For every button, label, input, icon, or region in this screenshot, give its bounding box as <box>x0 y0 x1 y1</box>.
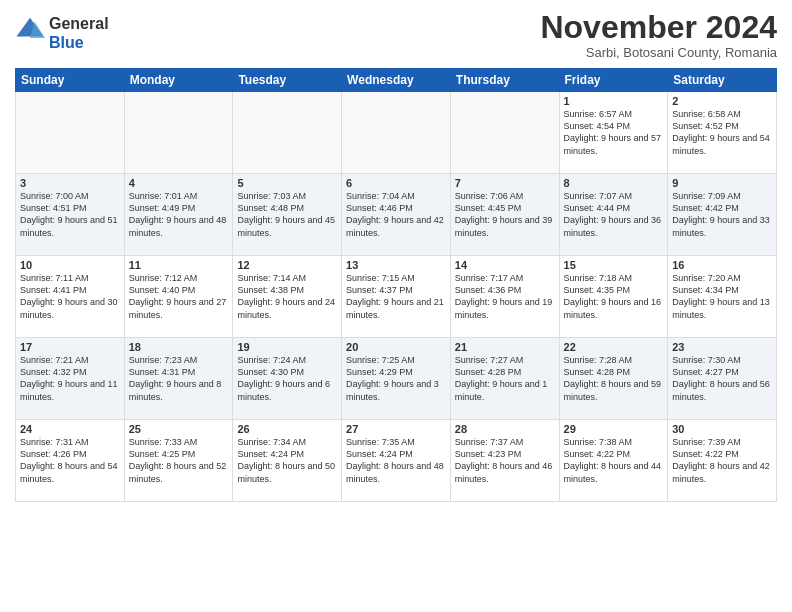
day-header-sunday: Sunday <box>16 69 125 92</box>
day-header-monday: Monday <box>124 69 233 92</box>
day-cell-4: 4Sunrise: 7:01 AM Sunset: 4:49 PM Daylig… <box>124 174 233 256</box>
day-number: 30 <box>672 423 772 435</box>
logo: General Blue <box>15 14 109 52</box>
day-header-friday: Friday <box>559 69 668 92</box>
logo-text: General Blue <box>49 14 109 52</box>
day-number: 23 <box>672 341 772 353</box>
day-info: Sunrise: 7:37 AM Sunset: 4:23 PM Dayligh… <box>455 436 555 485</box>
day-number: 27 <box>346 423 446 435</box>
day-info: Sunrise: 7:03 AM Sunset: 4:48 PM Dayligh… <box>237 190 337 239</box>
day-cell-empty-0-2 <box>233 92 342 174</box>
day-info: Sunrise: 7:38 AM Sunset: 4:22 PM Dayligh… <box>564 436 664 485</box>
day-cell-11: 11Sunrise: 7:12 AM Sunset: 4:40 PM Dayli… <box>124 256 233 338</box>
day-number: 9 <box>672 177 772 189</box>
week-row-3: 10Sunrise: 7:11 AM Sunset: 4:41 PM Dayli… <box>16 256 777 338</box>
day-cell-24: 24Sunrise: 7:31 AM Sunset: 4:26 PM Dayli… <box>16 420 125 502</box>
page-container: General Blue November 2024 Sarbi, Botosa… <box>0 0 792 512</box>
day-number: 5 <box>237 177 337 189</box>
day-cell-10: 10Sunrise: 7:11 AM Sunset: 4:41 PM Dayli… <box>16 256 125 338</box>
day-cell-25: 25Sunrise: 7:33 AM Sunset: 4:25 PM Dayli… <box>124 420 233 502</box>
logo-general: General <box>49 15 109 32</box>
day-cell-21: 21Sunrise: 7:27 AM Sunset: 4:28 PM Dayli… <box>450 338 559 420</box>
logo-icon <box>15 14 45 44</box>
day-cell-13: 13Sunrise: 7:15 AM Sunset: 4:37 PM Dayli… <box>342 256 451 338</box>
day-info: Sunrise: 7:33 AM Sunset: 4:25 PM Dayligh… <box>129 436 229 485</box>
day-cell-28: 28Sunrise: 7:37 AM Sunset: 4:23 PM Dayli… <box>450 420 559 502</box>
day-info: Sunrise: 6:58 AM Sunset: 4:52 PM Dayligh… <box>672 108 772 157</box>
day-info: Sunrise: 7:39 AM Sunset: 4:22 PM Dayligh… <box>672 436 772 485</box>
day-number: 11 <box>129 259 229 271</box>
day-cell-18: 18Sunrise: 7:23 AM Sunset: 4:31 PM Dayli… <box>124 338 233 420</box>
day-cell-2: 2Sunrise: 6:58 AM Sunset: 4:52 PM Daylig… <box>668 92 777 174</box>
day-number: 6 <box>346 177 446 189</box>
day-cell-19: 19Sunrise: 7:24 AM Sunset: 4:30 PM Dayli… <box>233 338 342 420</box>
day-cell-9: 9Sunrise: 7:09 AM Sunset: 4:42 PM Daylig… <box>668 174 777 256</box>
day-info: Sunrise: 7:28 AM Sunset: 4:28 PM Dayligh… <box>564 354 664 403</box>
day-number: 8 <box>564 177 664 189</box>
day-number: 28 <box>455 423 555 435</box>
day-cell-8: 8Sunrise: 7:07 AM Sunset: 4:44 PM Daylig… <box>559 174 668 256</box>
day-cell-5: 5Sunrise: 7:03 AM Sunset: 4:48 PM Daylig… <box>233 174 342 256</box>
title-block: November 2024 Sarbi, Botosani County, Ro… <box>540 10 777 60</box>
day-info: Sunrise: 7:18 AM Sunset: 4:35 PM Dayligh… <box>564 272 664 321</box>
day-number: 20 <box>346 341 446 353</box>
day-info: Sunrise: 7:14 AM Sunset: 4:38 PM Dayligh… <box>237 272 337 321</box>
day-cell-20: 20Sunrise: 7:25 AM Sunset: 4:29 PM Dayli… <box>342 338 451 420</box>
day-info: Sunrise: 7:27 AM Sunset: 4:28 PM Dayligh… <box>455 354 555 403</box>
week-row-4: 17Sunrise: 7:21 AM Sunset: 4:32 PM Dayli… <box>16 338 777 420</box>
day-info: Sunrise: 6:57 AM Sunset: 4:54 PM Dayligh… <box>564 108 664 157</box>
day-cell-30: 30Sunrise: 7:39 AM Sunset: 4:22 PM Dayli… <box>668 420 777 502</box>
day-info: Sunrise: 7:00 AM Sunset: 4:51 PM Dayligh… <box>20 190 120 239</box>
header-row: SundayMondayTuesdayWednesdayThursdayFrid… <box>16 69 777 92</box>
day-info: Sunrise: 7:23 AM Sunset: 4:31 PM Dayligh… <box>129 354 229 403</box>
day-info: Sunrise: 7:20 AM Sunset: 4:34 PM Dayligh… <box>672 272 772 321</box>
day-info: Sunrise: 7:21 AM Sunset: 4:32 PM Dayligh… <box>20 354 120 403</box>
day-header-saturday: Saturday <box>668 69 777 92</box>
week-row-5: 24Sunrise: 7:31 AM Sunset: 4:26 PM Dayli… <box>16 420 777 502</box>
day-number: 16 <box>672 259 772 271</box>
week-row-1: 1Sunrise: 6:57 AM Sunset: 4:54 PM Daylig… <box>16 92 777 174</box>
day-header-wednesday: Wednesday <box>342 69 451 92</box>
day-number: 7 <box>455 177 555 189</box>
day-cell-22: 22Sunrise: 7:28 AM Sunset: 4:28 PM Dayli… <box>559 338 668 420</box>
week-row-2: 3Sunrise: 7:00 AM Sunset: 4:51 PM Daylig… <box>16 174 777 256</box>
day-header-tuesday: Tuesday <box>233 69 342 92</box>
day-info: Sunrise: 7:09 AM Sunset: 4:42 PM Dayligh… <box>672 190 772 239</box>
day-info: Sunrise: 7:07 AM Sunset: 4:44 PM Dayligh… <box>564 190 664 239</box>
day-info: Sunrise: 7:01 AM Sunset: 4:49 PM Dayligh… <box>129 190 229 239</box>
day-info: Sunrise: 7:25 AM Sunset: 4:29 PM Dayligh… <box>346 354 446 403</box>
logo-blue: Blue <box>49 34 84 51</box>
header: General Blue November 2024 Sarbi, Botosa… <box>15 10 777 60</box>
day-cell-empty-0-4 <box>450 92 559 174</box>
day-info: Sunrise: 7:15 AM Sunset: 4:37 PM Dayligh… <box>346 272 446 321</box>
day-cell-3: 3Sunrise: 7:00 AM Sunset: 4:51 PM Daylig… <box>16 174 125 256</box>
day-number: 21 <box>455 341 555 353</box>
calendar-table: SundayMondayTuesdayWednesdayThursdayFrid… <box>15 68 777 502</box>
day-cell-15: 15Sunrise: 7:18 AM Sunset: 4:35 PM Dayli… <box>559 256 668 338</box>
location-subtitle: Sarbi, Botosani County, Romania <box>540 45 777 60</box>
day-cell-17: 17Sunrise: 7:21 AM Sunset: 4:32 PM Dayli… <box>16 338 125 420</box>
day-cell-1: 1Sunrise: 6:57 AM Sunset: 4:54 PM Daylig… <box>559 92 668 174</box>
day-header-thursday: Thursday <box>450 69 559 92</box>
day-number: 1 <box>564 95 664 107</box>
day-info: Sunrise: 7:12 AM Sunset: 4:40 PM Dayligh… <box>129 272 229 321</box>
day-number: 15 <box>564 259 664 271</box>
day-number: 25 <box>129 423 229 435</box>
day-number: 2 <box>672 95 772 107</box>
day-info: Sunrise: 7:11 AM Sunset: 4:41 PM Dayligh… <box>20 272 120 321</box>
day-cell-23: 23Sunrise: 7:30 AM Sunset: 4:27 PM Dayli… <box>668 338 777 420</box>
day-number: 18 <box>129 341 229 353</box>
month-title: November 2024 <box>540 10 777 45</box>
day-info: Sunrise: 7:35 AM Sunset: 4:24 PM Dayligh… <box>346 436 446 485</box>
day-number: 4 <box>129 177 229 189</box>
day-number: 19 <box>237 341 337 353</box>
day-cell-empty-0-3 <box>342 92 451 174</box>
day-number: 17 <box>20 341 120 353</box>
day-cell-29: 29Sunrise: 7:38 AM Sunset: 4:22 PM Dayli… <box>559 420 668 502</box>
day-info: Sunrise: 7:06 AM Sunset: 4:45 PM Dayligh… <box>455 190 555 239</box>
day-cell-empty-0-1 <box>124 92 233 174</box>
day-info: Sunrise: 7:17 AM Sunset: 4:36 PM Dayligh… <box>455 272 555 321</box>
day-number: 24 <box>20 423 120 435</box>
day-cell-12: 12Sunrise: 7:14 AM Sunset: 4:38 PM Dayli… <box>233 256 342 338</box>
day-cell-6: 6Sunrise: 7:04 AM Sunset: 4:46 PM Daylig… <box>342 174 451 256</box>
